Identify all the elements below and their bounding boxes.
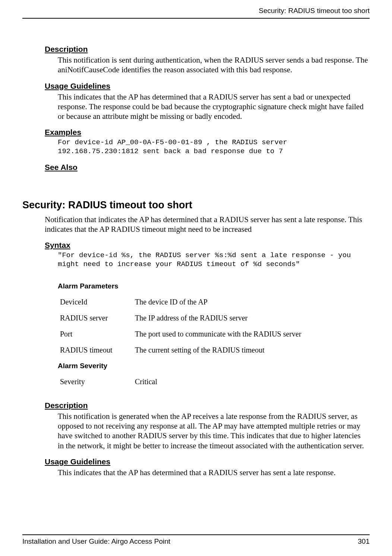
table-row: DeviceId The device ID of the AP	[58, 294, 370, 310]
section-heading-examples: Examples	[22, 128, 370, 137]
param-name: RADIUS timeout	[58, 342, 135, 358]
description-body: This notification is sent during authent…	[22, 55, 370, 75]
section-heading-usage: Usage Guidelines	[22, 82, 370, 91]
alarm-severity-heading: Alarm Severity	[58, 358, 370, 374]
table-row: Port The port used to communicate with t…	[58, 326, 370, 342]
param-desc: The current setting of the RADIUS timeou…	[135, 342, 370, 358]
footer-page-number: 301	[358, 537, 370, 546]
param-desc: The port used to communicate with the RA…	[135, 326, 370, 342]
table-row: Severity Critical	[58, 374, 370, 390]
footer-row: Installation and User Guide: Airgo Acces…	[22, 537, 370, 546]
page-content: Description This notification is sent du…	[22, 19, 370, 477]
description-body-2: This notification is generated when the …	[22, 411, 370, 451]
footer-rule	[22, 534, 370, 535]
param-name: DeviceId	[58, 294, 135, 310]
param-desc: The device ID of the AP	[135, 294, 370, 310]
syntax-body: "For device-id %s, the RADIUS server %s:…	[22, 251, 370, 269]
table-section-header-row: Alarm Severity	[58, 358, 370, 374]
table-row: RADIUS timeout The current setting of th…	[58, 342, 370, 358]
section-title: Security: RADIUS timeout too short	[22, 199, 370, 211]
section-heading-syntax: Syntax	[22, 241, 370, 250]
param-name: Port	[58, 326, 135, 342]
examples-body: For device-id AP_00-0A-F5-00-01-89 , the…	[22, 138, 370, 156]
see-also-empty	[22, 173, 370, 188]
table-row: RADIUS server The IP address of the RADI…	[58, 310, 370, 326]
param-name: RADIUS server	[58, 310, 135, 326]
severity-value: Critical	[135, 374, 370, 390]
table-section-header-row: Alarm Parameters	[58, 278, 370, 294]
alarm-parameters-heading: Alarm Parameters	[58, 278, 370, 294]
running-header: Security: RADIUS timeout too short	[22, 0, 370, 18]
page: Security: RADIUS timeout too short Descr…	[0, 0, 392, 556]
section-heading-description: Description	[22, 45, 370, 54]
usage-body-2: This indicates that the AP has determine…	[22, 468, 370, 477]
footer-left: Installation and User Guide: Airgo Acces…	[22, 537, 170, 546]
section-heading-description-2: Description	[22, 401, 370, 410]
section-intro: Notification that indicates the AP has d…	[22, 215, 370, 234]
section-heading-see-also: See Also	[22, 163, 370, 172]
page-footer: Installation and User Guide: Airgo Acces…	[22, 534, 370, 546]
severity-name: Severity	[58, 374, 135, 390]
usage-body: This indicates that the AP has determine…	[22, 92, 370, 121]
param-desc: The IP address of the RADIUS server	[135, 310, 370, 326]
alarm-parameters-table: Alarm Parameters DeviceId The device ID …	[58, 278, 370, 390]
alarm-parameters-block: Alarm Parameters DeviceId The device ID …	[22, 278, 370, 390]
section-heading-usage-2: Usage Guidelines	[22, 457, 370, 466]
